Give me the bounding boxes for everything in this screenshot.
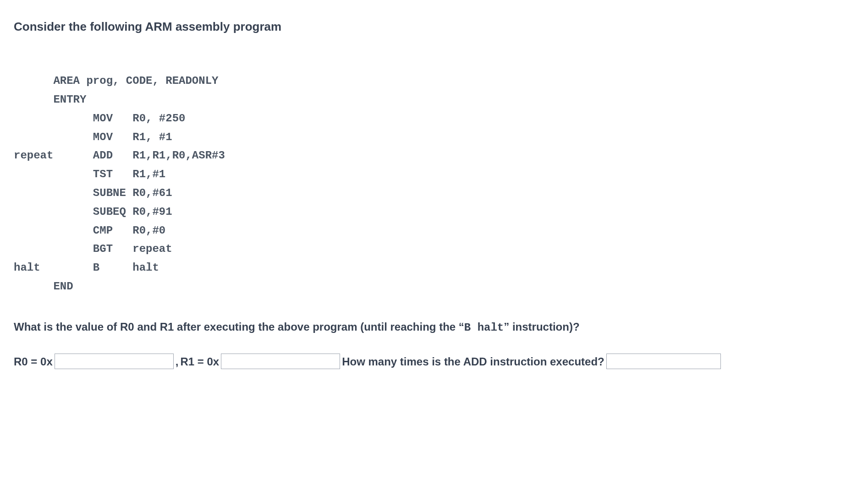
code-line: MOV R0, #250 xyxy=(14,112,185,125)
comma-sep: , xyxy=(176,354,179,370)
code-line: SUBEQ R0,#91 xyxy=(14,206,172,218)
code-line: AREA prog, CODE, READONLY xyxy=(14,75,218,87)
prompt-heading: Consider the following ARM assembly prog… xyxy=(14,18,854,35)
add-count-input[interactable] xyxy=(606,354,721,369)
code-line: CMP R0,#0 xyxy=(14,224,165,237)
code-line: ENTRY xyxy=(14,93,86,106)
r1-input[interactable] xyxy=(221,354,340,369)
code-line: BGT repeat xyxy=(14,243,172,255)
question-mono: B halt xyxy=(464,321,504,334)
r0-input[interactable] xyxy=(55,354,174,369)
code-line: MOV R1, #1 xyxy=(14,131,172,143)
add-count-label: How many times is the ADD instruction ex… xyxy=(342,354,604,370)
r1-label: R1 = 0x xyxy=(180,354,219,370)
code-line: repeat ADD R1,R1,R0,ASR#3 xyxy=(14,149,225,162)
question-text: What is the value of R0 and R1 after exe… xyxy=(14,319,854,336)
assembly-code-block: AREA prog, CODE, READONLY ENTRY MOV R0, … xyxy=(14,53,854,296)
code-line: halt B halt xyxy=(14,261,159,274)
code-line: SUBNE R0,#61 xyxy=(14,187,172,199)
r0-label: R0 = 0x xyxy=(14,354,53,370)
question-post: ” instruction)? xyxy=(504,321,579,333)
question-pre: What is the value of R0 and R1 after exe… xyxy=(14,321,464,333)
code-line: TST R1,#1 xyxy=(14,168,165,180)
answer-row: R0 = 0x , R1 = 0x How many times is the … xyxy=(14,354,854,369)
code-line: END xyxy=(14,280,73,293)
